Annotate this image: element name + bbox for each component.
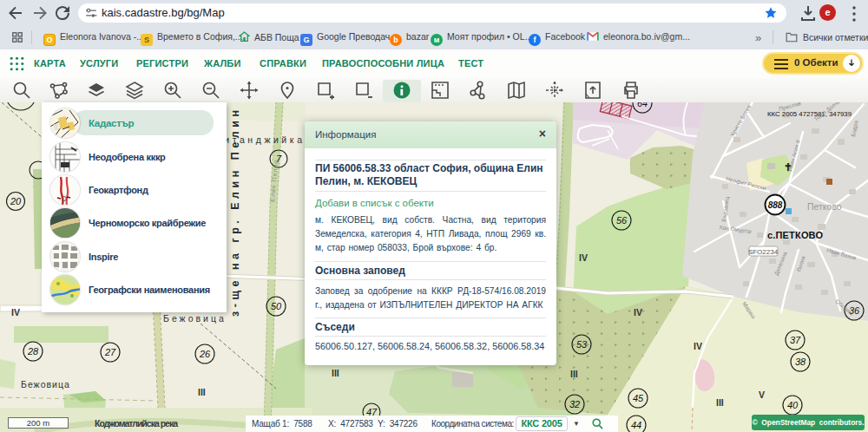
svg-text:IV: IV [694,341,702,351]
svg-text:V: V [759,389,765,400]
svg-text:20: 20 [10,196,22,206]
svg-text:с.ПЕТКОВО: с.ПЕТКОВО [767,230,823,240]
svg-text:III: III [198,387,206,397]
svg-text:26: 26 [199,349,211,359]
svg-text:64: 64 [637,102,648,108]
svg-text:IV: IV [579,252,588,263]
svg-text:53: 53 [576,339,588,350]
svg-text:IV: IV [11,307,20,317]
svg-text:Бежовица: Бежовица [163,313,227,324]
svg-text:888: 888 [768,200,783,210]
svg-text:40: 40 [787,400,799,410]
svg-text:32: 32 [569,399,580,409]
svg-text:Коджоматлийска река: Коджоматлийска река [95,418,178,429]
svg-text:28: 28 [27,346,39,357]
svg-text:Бежовица: Бежовица [21,379,70,389]
svg-text:27: 27 [104,347,116,357]
svg-text:37: 37 [790,335,801,345]
svg-text:IV: IV [634,307,642,317]
svg-text:III: III [570,369,578,379]
svg-text:44: 44 [631,420,641,430]
svg-text:38: 38 [795,357,806,367]
svg-text:56: 56 [616,215,628,226]
svg-text:45: 45 [633,393,644,403]
svg-text:Петково: Петково [807,201,842,212]
svg-text:III: III [332,368,339,378]
svg-text:SFO2234: SFO2234 [748,248,779,256]
svg-text:III: III [716,397,724,408]
svg-text:50: 50 [271,301,282,311]
